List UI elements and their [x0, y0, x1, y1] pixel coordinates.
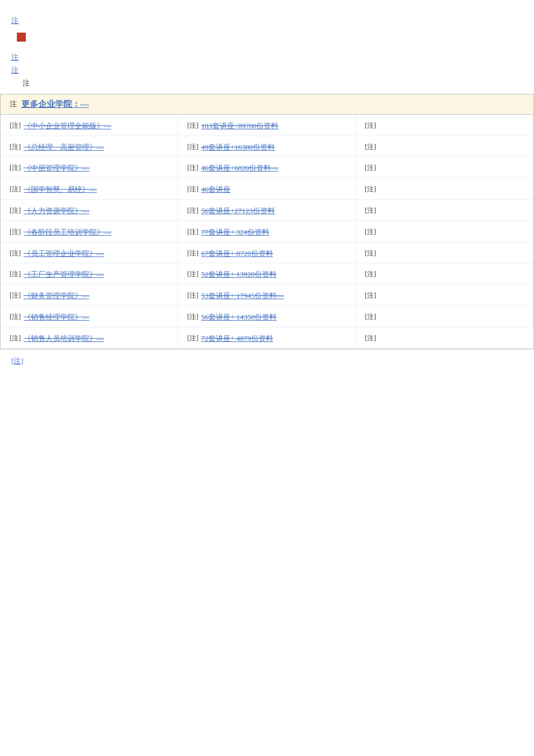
square-icon: [17, 33, 26, 42]
bracket-col3-row9: [注]: [365, 312, 376, 322]
grid-cell-col1-row3: [注] 《国学智慧、易经》—: [1, 178, 178, 200]
link-col1-row5[interactable]: 《各阶段员工培训学院》—: [24, 227, 111, 238]
bracket-col1-row6: [注]: [10, 248, 22, 259]
grid-cell-col3-row8: [注]: [356, 285, 533, 306]
bracket-col3-row6: [注]: [365, 248, 376, 259]
bracket-col3-row10: [注]: [365, 333, 376, 344]
grid-cell-col1-row0: [注] 《中小企业管理全能版》—: [1, 115, 178, 136]
main-section: 注 更多企业学院：— [注] 《中小企业管理全能版》— [注] 183套讲座+8…: [0, 94, 534, 349]
grid-cell-col2-row5: [注] 77套讲座+ 324份资料: [178, 221, 356, 242]
grid-cell-col1-row5: [注] 《各阶段员工培训学院》—: [1, 221, 178, 242]
bracket-col1-row4: [注]: [10, 205, 22, 216]
bracket-col3-row3: [注]: [365, 184, 376, 195]
grid-cell-col1-row10: [注] 《销售人员培训学院》—: [1, 327, 178, 349]
note-link-2[interactable]: 注: [11, 64, 523, 76]
bracket-col1-row1: [注]: [10, 142, 22, 152]
link-col2-row0[interactable]: 183套讲座+89700份资料: [201, 120, 278, 132]
link-col1-row4[interactable]: 《人力资源学院》—: [24, 205, 89, 217]
section-header-title: 更多企业学院：—: [21, 99, 89, 110]
bracket-col2-row1: [注]: [187, 142, 200, 152]
bracket-col1-row8: [注]: [10, 290, 22, 301]
link-col1-row10[interactable]: 《销售人员培训学院》—: [24, 333, 104, 345]
grid-cell-col2-row4: [注] 56套讲座+27123份资料: [178, 200, 356, 221]
grid-cell-col2-row0: [注] 183套讲座+89700份资料: [178, 115, 356, 136]
grid-cell-col1-row8: [注] 《财务管理学院》—: [1, 285, 178, 306]
bracket-col3-row8: [注]: [365, 290, 376, 301]
link-col2-row5[interactable]: 77套讲座+ 324份资料: [201, 227, 269, 238]
bracket-col3-row0: [注]: [365, 120, 376, 131]
grid-cell-col2-row7: [注] 52套讲座+ 13920份资料: [178, 263, 356, 285]
grid-cell-col2-row6: [注] 67套讲座+ 8720份资料: [178, 242, 356, 264]
note-link-1[interactable]: 注: [11, 51, 523, 64]
link-col2-row6[interactable]: 67套讲座+ 8720份资料: [201, 248, 273, 260]
grid-cell-col1-row9: [注] 《销售经理学院》—: [1, 306, 178, 327]
link-col2-row1[interactable]: 49套讲座+16388份资料: [201, 142, 275, 154]
grid-cell-col2-row9: [注] 56套讲座+ 14350份资料: [178, 306, 356, 327]
bracket-col2-row2: [注]: [187, 163, 200, 173]
grid-cell-col1-row6: [注] 《员工管理企业学院》—: [1, 242, 178, 264]
grid-cell-col2-row10: [注] 72套讲座+ 4879份资料: [178, 327, 356, 349]
grid-cell-col3-row6: [注]: [356, 242, 533, 264]
link-col2-row9[interactable]: 56套讲座+ 14350份资料: [201, 312, 277, 323]
grid-cell-col3-row2: [注]: [356, 157, 533, 178]
grid-cell-col1-row7: [注] 《工厂生产管理学院》—: [1, 263, 178, 285]
section-header: 注 更多企业学院：—: [1, 94, 533, 115]
bracket-col1-row2: [注]: [10, 163, 22, 173]
bracket-col1-row5: [注]: [10, 227, 22, 237]
top-note-link[interactable]: 注: [0, 11, 534, 28]
link-col1-row1[interactable]: 《总经理、高层管理》—: [24, 142, 104, 154]
grid-cell-col3-row4: [注]: [356, 200, 533, 221]
link-col2-row4[interactable]: 56套讲座+27123份资料: [201, 205, 275, 217]
link-col1-row3[interactable]: 《国学智慧、易经》—: [24, 184, 97, 196]
note-links-container: 注 注 注: [0, 48, 534, 92]
link-col1-row2[interactable]: 《中层管理学院》—: [24, 163, 89, 174]
section-header-note: 注: [10, 99, 17, 109]
bracket-col1-row10: [注]: [10, 333, 22, 344]
grid-cell-col3-row7: [注]: [356, 263, 533, 285]
link-col2-row2[interactable]: 46套讲座+6020份资料—: [201, 163, 278, 174]
link-col1-row0[interactable]: 《中小企业管理全能版》—: [24, 120, 111, 132]
square-icon-row: [0, 28, 534, 48]
grid-cell-col3-row5: [注]: [356, 221, 533, 242]
bracket-col2-row0: [注]: [187, 120, 200, 131]
page-wrapper: 注 注 注 注 注 更多企业学院：— [注] 《中小企业管理全能版》— [注] …: [0, 0, 534, 756]
grid-cell-col2-row2: [注] 46套讲座+6020份资料—: [178, 157, 356, 178]
bracket-col1-row3: [注]: [10, 184, 22, 195]
bracket-col3-row7: [注]: [365, 269, 376, 280]
note-plain: 注: [11, 77, 523, 89]
bracket-col1-row7: [注]: [10, 269, 22, 280]
grid-cell-col2-row1: [注] 49套讲座+16388份资料: [178, 136, 356, 158]
link-col2-row3[interactable]: 46套讲座: [201, 184, 230, 196]
bracket-col2-row7: [注]: [187, 269, 200, 280]
grid-cell-col2-row8: [注] 53套讲座+ 17945份资料—: [178, 285, 356, 306]
bottom-note[interactable]: [注]: [0, 352, 534, 371]
bracket-col3-row1: [注]: [365, 142, 376, 152]
link-col1-row6[interactable]: 《员工管理企业学院》—: [24, 248, 104, 260]
link-col1-row8[interactable]: 《财务管理学院》—: [24, 290, 89, 302]
grid-cell-col1-row4: [注] 《人力资源学院》—: [1, 200, 178, 221]
bracket-col2-row4: [注]: [187, 205, 200, 216]
grid-cell-col3-row0: [注]: [356, 115, 533, 136]
link-col2-row7[interactable]: 52套讲座+ 13920份资料: [201, 269, 277, 281]
bracket-col1-row9: [注]: [10, 312, 22, 322]
link-col1-row9[interactable]: 《销售经理学院》—: [24, 312, 89, 323]
grid-cell-col1-row2: [注] 《中层管理学院》—: [1, 157, 178, 178]
bracket-col3-row4: [注]: [365, 205, 376, 216]
grid-cell-col1-row1: [注] 《总经理、高层管理》—: [1, 136, 178, 158]
bracket-col2-row9: [注]: [187, 312, 200, 322]
grid-cell-col3-row9: [注]: [356, 306, 533, 327]
bracket-col2-row10: [注]: [187, 333, 200, 344]
bracket-col2-row3: [注]: [187, 184, 200, 195]
bracket-col3-row2: [注]: [365, 163, 376, 173]
bracket-col1-row0: [注]: [10, 120, 22, 131]
link-col2-row8[interactable]: 53套讲座+ 17945份资料—: [201, 290, 284, 302]
grid-cell-col3-row10: [注]: [356, 327, 533, 349]
bracket-col2-row6: [注]: [187, 248, 200, 259]
items-grid: [注] 《中小企业管理全能版》— [注] 183套讲座+89700份资料 [注]…: [1, 115, 533, 349]
bracket-col2-row5: [注]: [187, 227, 200, 237]
grid-cell-col2-row3: [注] 46套讲座: [178, 178, 356, 200]
link-col2-row10[interactable]: 72套讲座+ 4879份资料: [201, 333, 273, 345]
grid-cell-col3-row1: [注]: [356, 136, 533, 158]
link-col1-row7[interactable]: 《工厂生产管理学院》—: [24, 269, 104, 281]
bracket-col3-row5: [注]: [365, 227, 376, 237]
